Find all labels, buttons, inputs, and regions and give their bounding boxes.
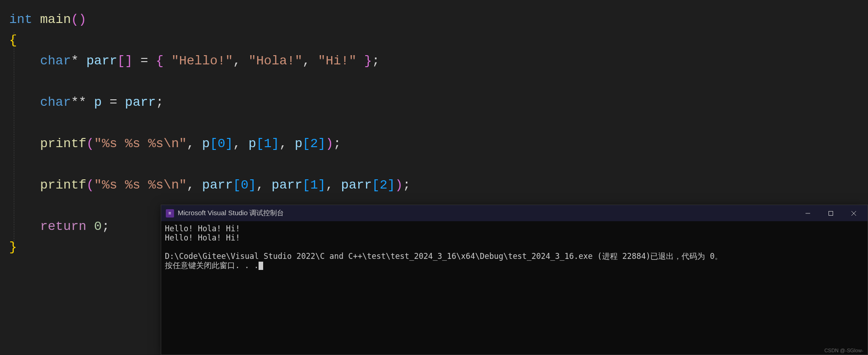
indent-guide	[14, 32, 14, 244]
console-title: Microsoft Visual Studio 调试控制台	[178, 209, 796, 218]
brace-open: {	[9, 33, 17, 47]
var-parr: parr	[271, 178, 302, 192]
semicolon: ;	[156, 95, 163, 109]
index: [2]	[303, 137, 326, 151]
debug-console-window[interactable]: ≡ Microsoft Visual Studio 调试控制台 Hello! H…	[161, 205, 868, 355]
close-button[interactable]	[842, 205, 865, 221]
comma: ,	[233, 54, 248, 68]
semicolon: ;	[372, 54, 380, 68]
console-titlebar[interactable]: ≡ Microsoft Visual Studio 调试控制台	[161, 205, 868, 221]
code-line: {	[0, 30, 868, 51]
index: [1]	[303, 178, 326, 192]
keyword-char: char	[40, 54, 71, 68]
code-line-blank	[0, 113, 868, 133]
var-parr: parr	[341, 178, 372, 192]
code-line: int main()	[0, 9, 868, 30]
equals: =	[133, 54, 156, 68]
code-line: char* parr[] = { "Hello!", "Hola!", "Hi!…	[0, 51, 868, 71]
string-literal: "Hola!"	[248, 54, 303, 68]
var-p: p	[295, 137, 303, 151]
output-line: Hello! Hola! Hi!	[165, 224, 240, 233]
paren-close: )	[395, 178, 403, 192]
brace-open: {	[156, 54, 171, 68]
comma: ,	[256, 178, 272, 192]
keyword-char: char	[40, 95, 71, 109]
paren-close: )	[326, 137, 333, 151]
comma: ,	[187, 137, 203, 151]
output-line: Hello! Hola! Hi!	[165, 233, 240, 242]
pointer-star: *	[71, 54, 79, 68]
var-p: p	[202, 137, 210, 151]
close-icon	[851, 211, 857, 216]
semicolon: ;	[102, 219, 110, 234]
semicolon: ;	[333, 137, 341, 151]
string-literal: "Hi!"	[318, 54, 356, 68]
code-line-blank	[0, 71, 868, 92]
var-parr: parr	[202, 178, 233, 192]
maximize-icon	[828, 211, 834, 216]
index: [1]	[256, 137, 279, 151]
watermark: CSDN @-SGlow-	[824, 348, 863, 353]
semicolon: ;	[403, 178, 411, 192]
bracket-close: ]	[125, 54, 133, 68]
var-parr: parr	[86, 54, 117, 68]
comma: ,	[187, 178, 203, 192]
keyword-int: int	[9, 12, 32, 27]
maximize-button[interactable]	[819, 205, 842, 221]
var-p: p	[248, 137, 256, 151]
minimize-button[interactable]	[796, 205, 819, 221]
var-p: p	[94, 95, 102, 109]
code-line: char** p = parr;	[0, 92, 868, 113]
paren-open: (	[71, 12, 79, 27]
paren-open: (	[86, 137, 94, 151]
equals: =	[102, 95, 125, 109]
code-line-blank	[0, 154, 868, 175]
keyword-return: return	[40, 219, 86, 234]
paren-close: )	[79, 12, 86, 27]
bracket-open: [	[117, 54, 125, 68]
comma: ,	[303, 54, 318, 68]
number-literal: 0	[94, 219, 102, 234]
index: [0]	[210, 137, 233, 151]
paren-open: (	[86, 178, 94, 192]
comma: ,	[233, 137, 248, 151]
brace-close: }	[9, 240, 17, 254]
format-string: "%s %s %s\n"	[94, 178, 187, 192]
brace-close: }	[356, 54, 372, 68]
console-output[interactable]: Hello! Hola! Hi! Hello! Hola! Hi! D:\Cod…	[161, 221, 868, 355]
code-line: printf("%s %s %s\n", p[0], p[1], p[2]);	[0, 133, 868, 154]
comma: ,	[279, 137, 295, 151]
output-line: 按任意键关闭此窗口. . .	[165, 261, 259, 270]
output-line: D:\Code\Gitee\Visual Studio 2022\C and C…	[165, 252, 722, 261]
pointer-star: **	[71, 95, 86, 109]
format-string: "%s %s %s\n"	[94, 137, 187, 151]
svg-rect-1	[829, 211, 833, 215]
index: [2]	[372, 178, 395, 192]
comma: ,	[326, 178, 341, 192]
vs-icon: ≡	[166, 209, 174, 218]
string-literal: "Hello!"	[171, 54, 233, 68]
function-main: main	[40, 12, 71, 27]
window-controls	[796, 205, 865, 221]
var-parr: parr	[125, 95, 156, 109]
minimize-icon	[805, 211, 811, 216]
index: [0]	[233, 178, 256, 192]
cursor	[259, 262, 263, 270]
code-line: printf("%s %s %s\n", parr[0], parr[1], p…	[0, 175, 868, 195]
function-printf: printf	[40, 178, 86, 192]
function-printf: printf	[40, 137, 86, 151]
